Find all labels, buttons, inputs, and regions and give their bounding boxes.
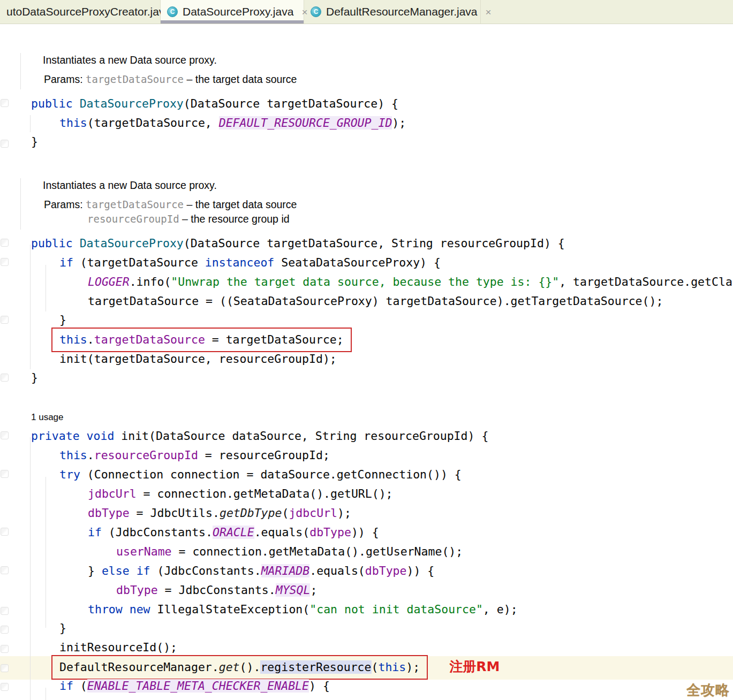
code-token: } xyxy=(88,564,102,577)
code-token: – the resource group id xyxy=(179,213,290,225)
java-class-icon: C xyxy=(167,6,178,17)
code-line[interactable]: public DataSourceProxy(DataSource target… xyxy=(31,234,565,253)
code-line[interactable]: init(targetDataSource, resourceGroupId); xyxy=(59,349,337,369)
gutter-icon xyxy=(1,645,9,653)
close-icon[interactable]: × xyxy=(486,7,492,17)
code-line[interactable]: try (Connection connection = dataSource.… xyxy=(59,465,462,484)
code-line[interactable]: LOGGER.info("Unwrap the target data sour… xyxy=(88,272,732,292)
code-token: public xyxy=(31,97,73,110)
gutter-icon xyxy=(1,374,9,382)
gutter-icon xyxy=(1,258,9,266)
tab-defaultresourcemanager[interactable]: C DefaultResourceManager.java × xyxy=(304,0,481,24)
code-line[interactable]: dbType = JdbcUtils.getDbType(jdbcUrl); xyxy=(88,504,351,523)
code-token: . xyxy=(87,333,94,346)
tab-label: DefaultResourceManager.java xyxy=(326,5,478,18)
code-line[interactable]: targetDataSource = ((SeataDataSourceProx… xyxy=(88,292,663,311)
code-token: 1 usage xyxy=(31,412,64,422)
gutter-icon xyxy=(1,239,9,247)
code-token: void xyxy=(87,429,115,443)
gutter-icon xyxy=(1,566,9,574)
code-token: DataSourceProxy xyxy=(80,97,184,110)
code-line[interactable]: } xyxy=(31,132,38,151)
doc-comment-line: Instantiates a new Data source proxy. xyxy=(43,50,217,70)
code-token: , e); xyxy=(483,603,518,616)
code-line[interactable]: } xyxy=(31,368,38,387)
code-token: "can not init dataSource" xyxy=(309,603,483,616)
code-line[interactable]: tableMetaExecutor.scheduleAtFixedRate(()… xyxy=(88,696,399,700)
code-line[interactable]: } xyxy=(59,310,66,330)
code-token: init(DataSource dataSource, String resou… xyxy=(114,429,488,443)
code-line[interactable]: } else if (JdbcConstants.MARIADB.equals(… xyxy=(88,561,434,581)
code-line[interactable]: private void init(DataSource dataSource,… xyxy=(31,427,488,446)
java-class-icon: C xyxy=(311,6,321,17)
code-line[interactable]: userName = connection.getMetaData().getU… xyxy=(116,542,463,561)
code-line[interactable]: if (ENABLE_TABLE_META_CHECKER_ENABLE) { xyxy=(59,676,330,696)
code-token: (DataSource targetDataSource, String res… xyxy=(184,237,565,250)
code-token: DefaultResourceManager. xyxy=(59,660,219,674)
code-token: (DataSource targetDataSource) { xyxy=(184,97,398,110)
code-token: = resourceGroupId; xyxy=(198,448,330,462)
code-token: } xyxy=(59,313,66,326)
code-token: else xyxy=(102,564,130,577)
code-token: jdbcUrl xyxy=(88,487,137,500)
code-line[interactable]: } xyxy=(59,619,66,638)
code-token: (Connection connection = dataSource.getC… xyxy=(80,468,462,481)
code-line[interactable]: jdbcUrl = connection.getMetaData().getUR… xyxy=(88,484,393,504)
code-line[interactable]: if (targetDataSource instanceof SeataDat… xyxy=(59,253,441,272)
tab-autodatasourceproxycreator[interactable]: utoDataSourceProxyCreator.java × xyxy=(0,0,161,24)
doc-comment-line: Params: targetDataSource – the target da… xyxy=(44,70,297,89)
code-line[interactable]: throw new IllegalStateException("can not… xyxy=(88,600,518,619)
code-token: Params: xyxy=(44,73,86,85)
code-token: = connection.getMetaData().getURL(); xyxy=(137,487,393,500)
code-line[interactable]: if (JdbcConstants.ORACLE.equals(dbType))… xyxy=(88,523,379,542)
editor-tab-bar: utoDataSourceProxyCreator.java × C DataS… xyxy=(0,0,733,24)
gutter-icon xyxy=(1,316,9,324)
code-token: this xyxy=(59,333,87,346)
usage-hint[interactable]: 1 usage xyxy=(31,408,64,427)
code-editor[interactable]: 全攻略 Instantiates a new Data source proxy… xyxy=(0,24,733,700)
code-token: init(targetDataSource, resourceGroupId); xyxy=(59,352,337,366)
code-token: .equals( xyxy=(309,564,365,577)
code-token: ); xyxy=(392,116,406,130)
code-line[interactable]: public DataSourceProxy(DataSource target… xyxy=(31,94,398,113)
code-token: initResourceId(); xyxy=(59,641,177,654)
indent-guide xyxy=(30,115,31,132)
code-token: } xyxy=(59,621,66,635)
code-token: this xyxy=(59,448,87,462)
gutter-icon xyxy=(1,626,9,634)
code-token xyxy=(130,564,137,577)
code-token: registerResource xyxy=(260,660,371,674)
indent-guide xyxy=(46,265,46,311)
code-token: = JdbcUtils. xyxy=(130,506,220,520)
code-token: DataSourceProxy xyxy=(80,237,184,250)
code-token: , targetDataSource.getCla xyxy=(559,275,732,288)
code-token: Params: xyxy=(44,199,86,210)
code-token: ; xyxy=(310,583,317,597)
tab-datasourceproxy[interactable]: C DataSourceProxy.java × xyxy=(161,0,304,24)
tab-label: utoDataSourceProxyCreator.java xyxy=(6,5,171,18)
code-token: (). xyxy=(240,660,261,674)
code-token: if xyxy=(59,256,73,269)
code-token: getDbType xyxy=(220,506,282,520)
code-token: Instantiates a new Data source proxy. xyxy=(43,179,217,191)
code-token: = JdbcConstants. xyxy=(158,583,276,597)
code-line[interactable]: dbType = JdbcConstants.MYSQL; xyxy=(116,581,317,600)
gutter-icon xyxy=(1,664,9,672)
doc-comment-line: Instantiates a new Data source proxy. xyxy=(43,176,217,195)
code-line[interactable]: initResourceId(); xyxy=(59,638,177,657)
code-token: ); xyxy=(337,506,351,520)
code-token: jdbcUrl xyxy=(289,506,337,520)
code-line[interactable]: DefaultResourceManager.get().registerRes… xyxy=(59,657,500,676)
gutter-icon xyxy=(1,607,9,615)
gutter-icon xyxy=(1,528,9,536)
gutter-icon xyxy=(1,431,9,439)
code-token: = connection.getMetaData().getUserName()… xyxy=(172,545,463,558)
code-line[interactable]: this.targetDataSource = targetDataSource… xyxy=(59,330,352,349)
code-line[interactable]: this(targetDataSource, DEFAULT_RESOURCE_… xyxy=(59,113,406,133)
gutter-icon xyxy=(1,140,9,148)
code-token: targetDataSource xyxy=(94,333,205,346)
code-token: dbType xyxy=(309,526,351,539)
code-token: if xyxy=(59,679,73,693)
code-token xyxy=(73,237,80,250)
code-line[interactable]: this.resourceGroupId = resourceGroupId; xyxy=(59,446,330,465)
